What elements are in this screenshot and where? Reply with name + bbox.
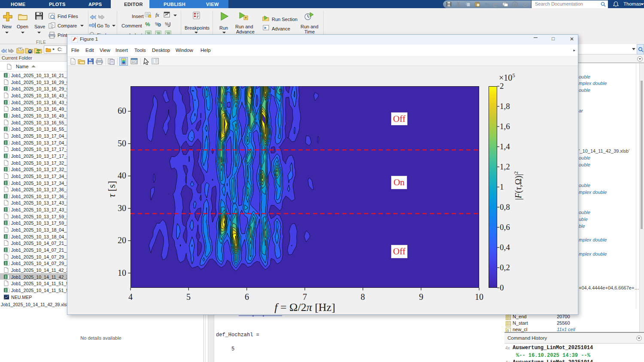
svg-text:%: %: [145, 21, 150, 27]
svg-text:fx: fx: [155, 12, 159, 18]
svg-text:%: %: [165, 21, 169, 27]
svg-text:?: ?: [514, 3, 516, 7]
